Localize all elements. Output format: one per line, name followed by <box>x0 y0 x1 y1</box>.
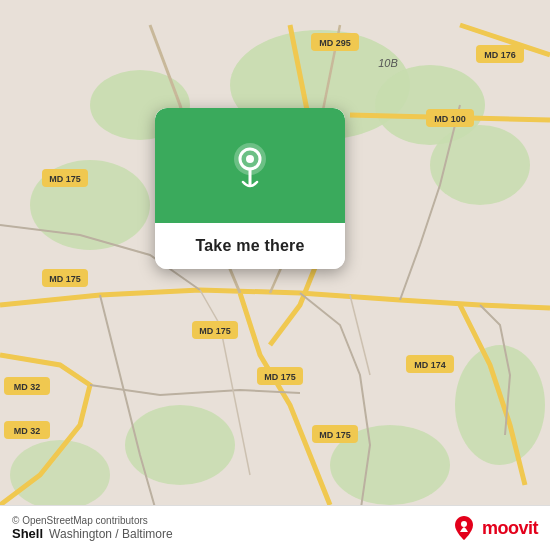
svg-point-36 <box>461 521 467 527</box>
moovit-logo: moovit <box>450 514 538 542</box>
svg-point-7 <box>125 405 235 485</box>
svg-text:MD 295: MD 295 <box>319 38 351 48</box>
popup-header <box>155 108 345 223</box>
svg-point-6 <box>455 345 545 465</box>
svg-text:MD 175: MD 175 <box>49 174 81 184</box>
svg-text:MD 32: MD 32 <box>14 382 41 392</box>
popup-card: Take me there <box>155 108 345 269</box>
svg-text:MD 175: MD 175 <box>49 274 81 284</box>
osm-attribution: © OpenStreetMap contributors <box>12 515 173 526</box>
svg-text:MD 175: MD 175 <box>199 326 231 336</box>
svg-text:MD 32: MD 32 <box>14 426 41 436</box>
svg-point-35 <box>246 155 254 163</box>
svg-text:MD 176: MD 176 <box>484 50 516 60</box>
bottom-left-info: © OpenStreetMap contributors Shell Washi… <box>12 515 173 541</box>
svg-text:MD 100: MD 100 <box>434 114 466 124</box>
location-name: Shell <box>12 526 43 541</box>
moovit-brand-text: moovit <box>482 518 538 539</box>
map-background: MD 175 MD 175 MD 295 10B MD 176 MD 100 M… <box>0 0 550 550</box>
svg-text:MD 175: MD 175 <box>319 430 351 440</box>
svg-text:10B: 10B <box>378 57 398 69</box>
map-container: MD 175 MD 175 MD 295 10B MD 176 MD 100 M… <box>0 0 550 550</box>
svg-text:MD 175: MD 175 <box>264 372 296 382</box>
take-me-there-button[interactable]: Take me there <box>155 223 345 269</box>
bottom-bar: © OpenStreetMap contributors Shell Washi… <box>0 505 550 550</box>
moovit-icon <box>450 514 478 542</box>
location-region: Washington / Baltimore <box>49 527 173 541</box>
location-pin-icon <box>224 140 276 192</box>
svg-text:MD 174: MD 174 <box>414 360 446 370</box>
